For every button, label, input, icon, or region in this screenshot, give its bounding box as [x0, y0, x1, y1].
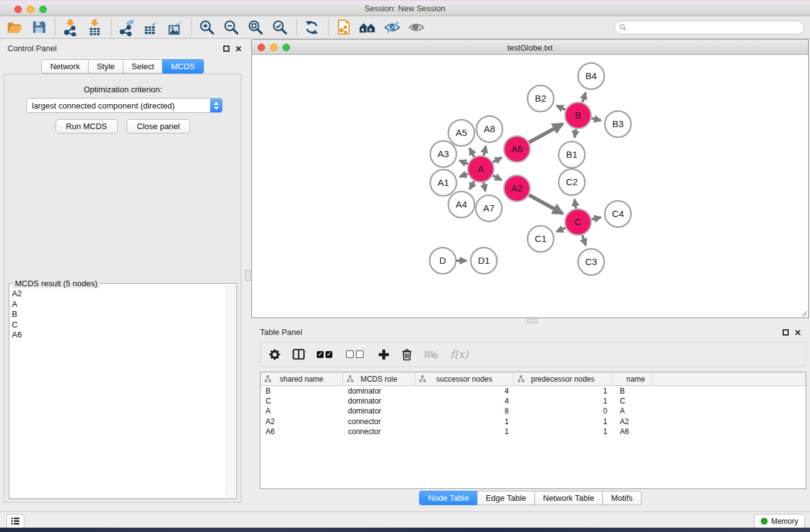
- graph-edge-C-C4[interactable]: [592, 218, 601, 220]
- network-window-titlebar[interactable]: testGlobe.txt: [252, 40, 808, 55]
- horizontal-splitter-handle[interactable]: [527, 319, 538, 323]
- table-row[interactable]: A dominator 8 0 A: [261, 406, 806, 416]
- tab-network-table[interactable]: Network Table: [534, 491, 603, 505]
- deselect-all-button[interactable]: [346, 351, 366, 358]
- graph-edge-B-B4[interactable]: [582, 93, 586, 103]
- graph-node-A2[interactable]: A2: [504, 175, 530, 201]
- tab-select[interactable]: Select: [123, 59, 163, 74]
- tab-network[interactable]: Network: [41, 59, 89, 74]
- graph-node-D1[interactable]: D1: [471, 248, 497, 274]
- graph-edge-A-A5[interactable]: [470, 148, 474, 157]
- table-row[interactable]: A6 connector 1 1 A6: [261, 427, 806, 437]
- tab-motifs[interactable]: Motifs: [602, 491, 642, 505]
- network-graph[interactable]: B4B2BB3A8A5A6A3B1AA1C2A2A4A7C4CC1C3DD1: [253, 55, 809, 317]
- home-button[interactable]: [359, 18, 377, 37]
- graph-node-A6[interactable]: A6: [504, 136, 530, 162]
- mcds-result-list[interactable]: A2 A B C A6: [12, 289, 225, 496]
- graph-node-A[interactable]: A: [468, 156, 494, 182]
- tab-edge-table[interactable]: Edge Table: [477, 491, 535, 505]
- column-header-name[interactable]: name: [612, 372, 652, 385]
- graph-edge-A-A3[interactable]: [460, 160, 468, 163]
- graph-edge-C-C1[interactable]: [557, 228, 566, 231]
- graph-edge-C-C2[interactable]: [574, 200, 576, 209]
- float-panel-icon[interactable]: [223, 46, 229, 52]
- show-tasks-button[interactable]: [6, 514, 24, 528]
- graph-edge-A-A8[interactable]: [484, 146, 486, 155]
- search-input[interactable]: [630, 22, 804, 32]
- graph-node-C1[interactable]: C1: [528, 226, 554, 252]
- tab-mcds[interactable]: MCDS: [162, 59, 203, 74]
- column-header-mcds-role[interactable]: MCDS role: [343, 372, 415, 385]
- memory-button[interactable]: Memory: [754, 514, 805, 528]
- graph-node-B4[interactable]: B4: [578, 63, 604, 89]
- import-network-button[interactable]: [61, 18, 80, 37]
- select-all-button[interactable]: ✓✓: [317, 351, 334, 358]
- graph-node-A3[interactable]: A3: [430, 141, 456, 167]
- open-session-button[interactable]: [5, 18, 24, 37]
- graph-node-B[interactable]: B: [565, 102, 591, 128]
- network-canvas[interactable]: B4B2BB3A8A5A6A3B1AA1C2A2A4A7C4CC1C3DD1: [253, 55, 808, 317]
- zoom-in-button[interactable]: [198, 18, 216, 37]
- graph-edge-B-B2[interactable]: [557, 105, 566, 109]
- tab-style[interactable]: Style: [88, 59, 123, 74]
- search-field[interactable]: [614, 21, 804, 34]
- graph-node-A7[interactable]: A7: [476, 195, 502, 221]
- hide-graphics-details-button[interactable]: [383, 18, 402, 37]
- graph-node-B2[interactable]: B2: [528, 85, 554, 112]
- zoom-selected-button[interactable]: [271, 18, 289, 37]
- graph-edge-B-B1[interactable]: [574, 129, 576, 138]
- save-session-button[interactable]: [29, 18, 48, 37]
- graph-node-A4[interactable]: A4: [448, 191, 475, 218]
- export-network-button[interactable]: [117, 18, 136, 37]
- vertical-splitter-handle[interactable]: [245, 270, 251, 281]
- import-table-button[interactable]: [85, 18, 104, 37]
- graph-node-A8[interactable]: A8: [476, 116, 503, 142]
- export-table-button[interactable]: [142, 18, 160, 37]
- graph-node-C3[interactable]: C3: [578, 249, 604, 275]
- refresh-button[interactable]: [302, 18, 321, 37]
- show-column-button[interactable]: [292, 349, 305, 360]
- show-graphics-details-button[interactable]: [407, 18, 426, 37]
- table-row[interactable]: B dominator 4 1 B: [261, 386, 806, 396]
- graph-edge-A-A2[interactable]: [493, 175, 501, 180]
- column-header-successor-nodes[interactable]: successor nodes: [415, 372, 514, 385]
- tab-node-table[interactable]: Node Table: [419, 491, 478, 505]
- column-header-shared-name[interactable]: shared name: [261, 372, 343, 385]
- graph-node-C2[interactable]: C2: [559, 169, 585, 195]
- graph-edge-A-A4[interactable]: [470, 181, 474, 189]
- list-item[interactable]: A: [12, 299, 225, 310]
- graph-edge-A-A6[interactable]: [493, 158, 501, 163]
- close-panel-button[interactable]: Close panel: [127, 119, 191, 133]
- float-panel-icon[interactable]: [783, 329, 789, 336]
- zoom-fit-button[interactable]: [246, 18, 265, 37]
- graph-edge-B-B3[interactable]: [591, 118, 600, 120]
- resize-grip-icon[interactable]: [800, 309, 808, 317]
- list-item[interactable]: A2: [12, 289, 225, 299]
- close-panel-icon[interactable]: ✕: [235, 45, 242, 53]
- graph-edge-A2-C[interactable]: [529, 195, 562, 214]
- graph-node-D[interactable]: D: [430, 248, 456, 274]
- scrollbar-track[interactable]: [226, 286, 235, 496]
- table-row[interactable]: A2 connector 1 1 A2: [261, 417, 806, 427]
- run-mcds-button[interactable]: Run MCDS: [55, 119, 118, 133]
- criterion-dropdown[interactable]: largest connected component (directed): [26, 98, 223, 113]
- graph-node-B3[interactable]: B3: [605, 111, 631, 137]
- network-file-button[interactable]: [334, 18, 353, 37]
- table-row[interactable]: C dominator 4 1 C: [261, 396, 806, 406]
- graph-node-B1[interactable]: B1: [559, 142, 585, 168]
- graph-edge-A-A1[interactable]: [460, 174, 468, 177]
- list-item[interactable]: A6: [12, 330, 225, 341]
- list-item[interactable]: C: [12, 320, 225, 331]
- graph-edge-C-C3[interactable]: [582, 235, 586, 245]
- list-item[interactable]: B: [12, 309, 225, 320]
- create-column-button[interactable]: [378, 349, 390, 360]
- table-settings-button[interactable]: [269, 349, 281, 360]
- graph-node-C[interactable]: C: [565, 209, 591, 235]
- graph-edge-A-A7[interactable]: [483, 183, 485, 191]
- graph-node-A1[interactable]: A1: [430, 170, 456, 196]
- graph-node-C4[interactable]: C4: [605, 201, 631, 227]
- graph-edge-A6-B[interactable]: [529, 124, 562, 143]
- close-panel-icon[interactable]: ✕: [794, 329, 801, 337]
- export-image-button[interactable]: [166, 18, 185, 37]
- column-header-predecessor-nodes[interactable]: predecessor nodes: [514, 372, 612, 385]
